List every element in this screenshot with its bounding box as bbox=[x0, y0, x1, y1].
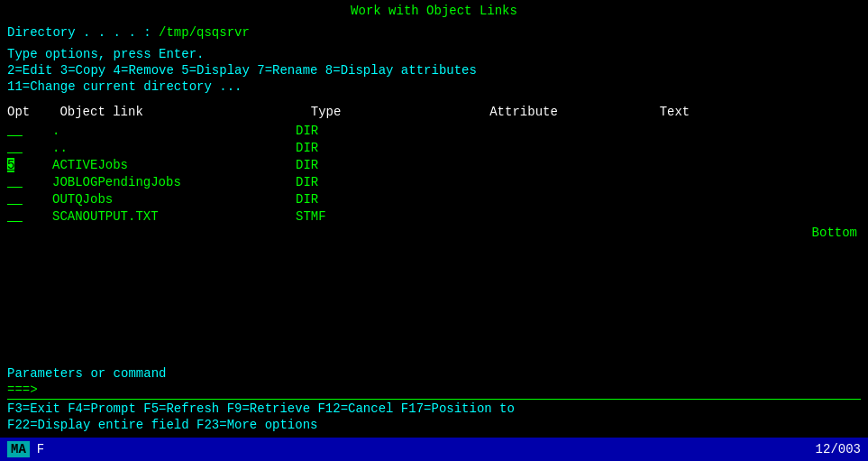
table-row: __..DIR bbox=[7, 140, 861, 156]
instructions-line2: 2=Edit 3=Copy 4=Remove 5=Display 7=Renam… bbox=[7, 63, 861, 78]
row-type: DIR bbox=[296, 192, 467, 207]
instructions-line1: Type options, press Enter. bbox=[7, 47, 861, 61]
row-type: DIR bbox=[296, 141, 467, 155]
row-type: DIR bbox=[296, 175, 467, 189]
table-row: __SCANOUTPUT.TXTSTMF bbox=[7, 208, 861, 225]
fkeys-line2: F22=Display entire field F23=More option… bbox=[7, 418, 861, 432]
column-headers: Opt Object link Type Attribute Text bbox=[7, 105, 861, 119]
row-object-name: .. bbox=[52, 141, 296, 155]
screen-title: Work with Object Links bbox=[7, 4, 861, 18]
row-object-name: ACTIVEJobs bbox=[52, 158, 296, 172]
row-opt[interactable]: __ bbox=[7, 192, 52, 207]
divider bbox=[7, 399, 861, 400]
command-input[interactable] bbox=[45, 383, 766, 397]
row-object-name: OUTQJobs bbox=[52, 192, 296, 207]
command-input-area[interactable]: ===> bbox=[7, 383, 861, 397]
row-opt[interactable]: __ bbox=[7, 209, 52, 224]
row-type: STMF bbox=[296, 209, 467, 224]
row-opt[interactable]: 5 bbox=[7, 158, 52, 172]
directory-line: Directory . . . . : /tmp/qsqsrvr bbox=[7, 25, 861, 40]
table-row: 5 ACTIVEJobsDIR bbox=[7, 157, 861, 173]
row-object-name: JOBLOGPendingJobs bbox=[52, 175, 296, 189]
row-object-name: . bbox=[52, 124, 296, 138]
status-position: 12/003 bbox=[816, 442, 861, 456]
data-rows: __.DIR__..DIR5 ACTIVEJobsDIR__JOBLOGPend… bbox=[7, 123, 861, 225]
row-type: DIR bbox=[296, 124, 467, 138]
table-row: __OUTQJobsDIR bbox=[7, 191, 861, 207]
status-bar: MA F 12/003 bbox=[0, 438, 868, 461]
row-opt[interactable]: __ bbox=[7, 141, 52, 155]
bottom-section: Parameters or command ===> F3=Exit F4=Pr… bbox=[7, 366, 861, 432]
instructions-line3: 11=Change current directory ... bbox=[7, 79, 861, 94]
main-screen: Work with Object Links Directory . . . .… bbox=[0, 0, 868, 461]
status-left: MA F bbox=[7, 441, 44, 457]
fkeys-line1: F3=Exit F4=Prompt F5=Refresh F9=Retrieve… bbox=[7, 401, 861, 416]
params-label: Parameters or command bbox=[7, 366, 861, 381]
row-opt[interactable]: __ bbox=[7, 124, 52, 138]
table-row: __.DIR bbox=[7, 123, 861, 139]
row-object-name: SCANOUTPUT.TXT bbox=[52, 209, 296, 224]
row-opt[interactable]: __ bbox=[7, 175, 52, 189]
row-type: DIR bbox=[296, 158, 467, 172]
table-row: __JOBLOGPendingJobsDIR bbox=[7, 174, 861, 190]
spacer: Bottom bbox=[7, 226, 861, 280]
